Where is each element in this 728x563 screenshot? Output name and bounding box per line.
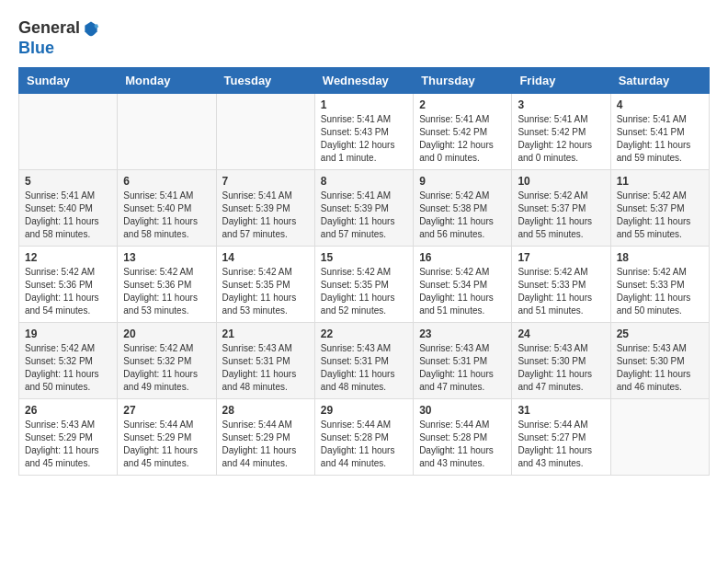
week-row-4: 19Sunrise: 5:42 AM Sunset: 5:32 PM Dayli…	[19, 323, 710, 399]
day-number: 4	[617, 98, 703, 111]
col-header-thursday: Thursday	[414, 68, 512, 94]
day-cell-5: 5Sunrise: 5:41 AM Sunset: 5:40 PM Daylig…	[19, 170, 118, 247]
calendar-table: SundayMondayTuesdayWednesdayThursdayFrid…	[18, 67, 710, 476]
col-header-monday: Monday	[118, 68, 216, 94]
calendar-header-row: SundayMondayTuesdayWednesdayThursdayFrid…	[19, 68, 710, 94]
empty-cell	[19, 94, 118, 170]
day-cell-20: 20Sunrise: 5:42 AM Sunset: 5:32 PM Dayli…	[118, 323, 216, 399]
day-number: 27	[123, 404, 210, 417]
logo: General Blue	[18, 18, 100, 58]
day-info: Sunrise: 5:42 AM Sunset: 5:35 PM Dayligh…	[222, 266, 309, 317]
day-info: Sunrise: 5:43 AM Sunset: 5:31 PM Dayligh…	[222, 342, 309, 394]
day-number: 24	[518, 327, 604, 340]
page-header: General Blue	[18, 18, 710, 58]
day-info: Sunrise: 5:44 AM Sunset: 5:28 PM Dayligh…	[321, 419, 407, 470]
day-number: 7	[222, 175, 309, 188]
day-info: Sunrise: 5:44 AM Sunset: 5:29 PM Dayligh…	[222, 419, 309, 470]
day-info: Sunrise: 5:42 AM Sunset: 5:33 PM Dayligh…	[518, 266, 604, 317]
day-number: 3	[518, 98, 604, 111]
day-number: 8	[321, 175, 407, 188]
day-info: Sunrise: 5:41 AM Sunset: 5:40 PM Dayligh…	[123, 190, 210, 241]
day-info: Sunrise: 5:42 AM Sunset: 5:35 PM Dayligh…	[321, 266, 407, 317]
week-row-3: 12Sunrise: 5:42 AM Sunset: 5:36 PM Dayli…	[19, 247, 710, 323]
day-info: Sunrise: 5:41 AM Sunset: 5:42 PM Dayligh…	[518, 113, 604, 165]
day-info: Sunrise: 5:43 AM Sunset: 5:31 PM Dayligh…	[321, 342, 407, 394]
day-info: Sunrise: 5:42 AM Sunset: 5:33 PM Dayligh…	[617, 266, 703, 317]
day-cell-29: 29Sunrise: 5:44 AM Sunset: 5:28 PM Dayli…	[314, 399, 413, 476]
day-info: Sunrise: 5:42 AM Sunset: 5:36 PM Dayligh…	[123, 266, 210, 317]
week-row-1: 1Sunrise: 5:41 AM Sunset: 5:43 PM Daylig…	[19, 94, 710, 170]
day-number: 17	[518, 251, 604, 264]
day-cell-7: 7Sunrise: 5:41 AM Sunset: 5:39 PM Daylig…	[216, 170, 314, 247]
day-number: 21	[222, 327, 309, 340]
day-cell-13: 13Sunrise: 5:42 AM Sunset: 5:36 PM Dayli…	[118, 247, 216, 323]
logo-icon	[82, 19, 100, 38]
logo-general: General	[18, 18, 80, 39]
day-number: 11	[617, 175, 703, 188]
day-cell-23: 23Sunrise: 5:43 AM Sunset: 5:31 PM Dayli…	[414, 323, 512, 399]
logo-blue: Blue	[18, 39, 54, 57]
day-number: 18	[617, 251, 703, 264]
col-header-friday: Friday	[512, 68, 610, 94]
day-info: Sunrise: 5:44 AM Sunset: 5:28 PM Dayligh…	[419, 419, 506, 470]
day-cell-24: 24Sunrise: 5:43 AM Sunset: 5:30 PM Dayli…	[512, 323, 610, 399]
day-cell-2: 2Sunrise: 5:41 AM Sunset: 5:42 PM Daylig…	[414, 94, 512, 170]
day-number: 12	[25, 251, 111, 264]
day-info: Sunrise: 5:41 AM Sunset: 5:39 PM Dayligh…	[321, 190, 407, 241]
day-cell-16: 16Sunrise: 5:42 AM Sunset: 5:34 PM Dayli…	[414, 247, 512, 323]
week-row-5: 26Sunrise: 5:43 AM Sunset: 5:29 PM Dayli…	[19, 399, 710, 476]
day-cell-30: 30Sunrise: 5:44 AM Sunset: 5:28 PM Dayli…	[414, 399, 512, 476]
day-info: Sunrise: 5:42 AM Sunset: 5:32 PM Dayligh…	[123, 342, 210, 394]
week-row-2: 5Sunrise: 5:41 AM Sunset: 5:40 PM Daylig…	[19, 170, 710, 247]
col-header-tuesday: Tuesday	[216, 68, 314, 94]
day-number: 30	[419, 404, 506, 417]
day-number: 16	[419, 251, 506, 264]
day-cell-19: 19Sunrise: 5:42 AM Sunset: 5:32 PM Dayli…	[19, 323, 118, 399]
day-info: Sunrise: 5:44 AM Sunset: 5:29 PM Dayligh…	[123, 419, 210, 470]
day-cell-9: 9Sunrise: 5:42 AM Sunset: 5:38 PM Daylig…	[414, 170, 512, 247]
day-number: 19	[25, 327, 111, 340]
day-number: 28	[222, 404, 309, 417]
day-number: 9	[419, 175, 506, 188]
day-info: Sunrise: 5:42 AM Sunset: 5:36 PM Dayligh…	[25, 266, 111, 317]
day-number: 1	[321, 98, 407, 111]
empty-cell	[610, 399, 709, 476]
day-info: Sunrise: 5:42 AM Sunset: 5:37 PM Dayligh…	[617, 190, 703, 241]
day-number: 2	[419, 98, 506, 111]
day-info: Sunrise: 5:42 AM Sunset: 5:34 PM Dayligh…	[419, 266, 506, 317]
day-number: 6	[123, 175, 210, 188]
day-info: Sunrise: 5:42 AM Sunset: 5:32 PM Dayligh…	[25, 342, 111, 394]
day-cell-22: 22Sunrise: 5:43 AM Sunset: 5:31 PM Dayli…	[314, 323, 413, 399]
day-cell-31: 31Sunrise: 5:44 AM Sunset: 5:27 PM Dayli…	[512, 399, 610, 476]
day-number: 15	[321, 251, 407, 264]
day-cell-12: 12Sunrise: 5:42 AM Sunset: 5:36 PM Dayli…	[19, 247, 118, 323]
day-cell-25: 25Sunrise: 5:43 AM Sunset: 5:30 PM Dayli…	[610, 323, 709, 399]
day-info: Sunrise: 5:42 AM Sunset: 5:37 PM Dayligh…	[518, 190, 604, 241]
day-info: Sunrise: 5:41 AM Sunset: 5:43 PM Dayligh…	[321, 113, 407, 165]
day-cell-10: 10Sunrise: 5:42 AM Sunset: 5:37 PM Dayli…	[512, 170, 610, 247]
day-cell-17: 17Sunrise: 5:42 AM Sunset: 5:33 PM Dayli…	[512, 247, 610, 323]
day-cell-11: 11Sunrise: 5:42 AM Sunset: 5:37 PM Dayli…	[610, 170, 709, 247]
day-number: 13	[123, 251, 210, 264]
day-cell-18: 18Sunrise: 5:42 AM Sunset: 5:33 PM Dayli…	[610, 247, 709, 323]
day-cell-27: 27Sunrise: 5:44 AM Sunset: 5:29 PM Dayli…	[118, 399, 216, 476]
day-info: Sunrise: 5:41 AM Sunset: 5:42 PM Dayligh…	[419, 113, 506, 165]
day-cell-14: 14Sunrise: 5:42 AM Sunset: 5:35 PM Dayli…	[216, 247, 314, 323]
day-info: Sunrise: 5:41 AM Sunset: 5:39 PM Dayligh…	[222, 190, 309, 241]
col-header-sunday: Sunday	[19, 68, 118, 94]
day-number: 23	[419, 327, 506, 340]
day-info: Sunrise: 5:43 AM Sunset: 5:30 PM Dayligh…	[617, 342, 703, 394]
day-info: Sunrise: 5:43 AM Sunset: 5:30 PM Dayligh…	[518, 342, 604, 394]
day-cell-6: 6Sunrise: 5:41 AM Sunset: 5:40 PM Daylig…	[118, 170, 216, 247]
day-number: 14	[222, 251, 309, 264]
day-info: Sunrise: 5:41 AM Sunset: 5:41 PM Dayligh…	[617, 113, 703, 165]
day-info: Sunrise: 5:42 AM Sunset: 5:38 PM Dayligh…	[419, 190, 506, 241]
day-info: Sunrise: 5:43 AM Sunset: 5:29 PM Dayligh…	[25, 419, 111, 470]
day-info: Sunrise: 5:43 AM Sunset: 5:31 PM Dayligh…	[419, 342, 506, 394]
day-cell-28: 28Sunrise: 5:44 AM Sunset: 5:29 PM Dayli…	[216, 399, 314, 476]
empty-cell	[118, 94, 216, 170]
day-cell-15: 15Sunrise: 5:42 AM Sunset: 5:35 PM Dayli…	[314, 247, 413, 323]
empty-cell	[216, 94, 314, 170]
day-number: 25	[617, 327, 703, 340]
day-cell-4: 4Sunrise: 5:41 AM Sunset: 5:41 PM Daylig…	[610, 94, 709, 170]
